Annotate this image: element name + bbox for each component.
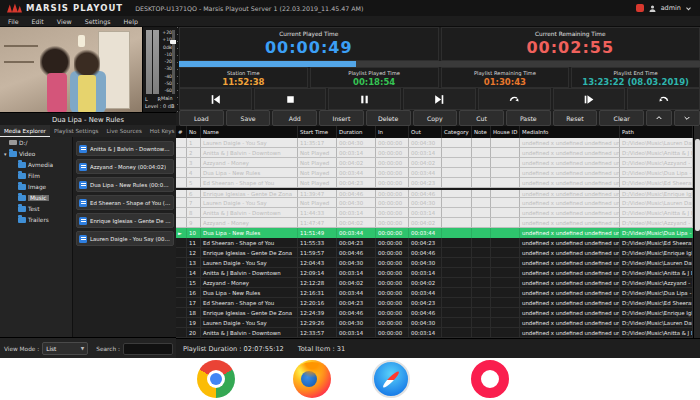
playlist-row[interactable]: 16Dua Lipa - New Rules12:16:3100:03:4400… <box>176 288 693 298</box>
menu-help[interactable]: Help <box>124 18 138 25</box>
column-header-note[interactable]: Note <box>472 126 491 138</box>
vu-tick-label: -20 <box>160 58 172 65</box>
cell-in: 00:00:00 <box>376 308 409 317</box>
delete-button[interactable]: Delete <box>366 110 411 126</box>
cell-start: 11:55:33 <box>298 238 337 247</box>
scrollbar-thumb[interactable] <box>695 139 700 231</box>
column-header-out[interactable]: Out <box>409 126 442 138</box>
column-header-mediainfo[interactable]: MediaInfo <box>520 126 620 138</box>
media-list-item[interactable]: Anitta & J Balvin - Downtown (00:03:14) <box>76 141 174 156</box>
menu-edit[interactable]: Edit <box>32 18 44 25</box>
load-button[interactable]: Load <box>179 110 224 126</box>
media-list-item[interactable]: Ed Sheeran - Shape of You (00:04:23) <box>76 195 174 210</box>
cell-duration: 00:04:30 <box>337 198 376 207</box>
column-header-no[interactable]: No <box>187 126 201 138</box>
media-list-item[interactable]: Azzyand - Money (00:04:02) <box>76 159 174 174</box>
menu-settings[interactable]: Settings <box>85 18 111 25</box>
playlist-row[interactable]: 13Lauren Daigle - You Say12:04:4300:04:3… <box>176 258 693 268</box>
cell-category <box>442 278 472 287</box>
media-list-item[interactable]: Lauren Daigle - You Say (00:04:30) <box>76 231 174 246</box>
menu-file[interactable]: File <box>8 18 19 25</box>
playlist-row[interactable]: 1Lauren Daigle - You Say11:35:1700:04:30… <box>176 138 693 148</box>
playlist-row[interactable]: 15Azzyand - Money12:12:2800:04:0200:00:0… <box>176 278 693 288</box>
add-button[interactable]: Add <box>272 110 317 126</box>
menu-view[interactable]: View <box>57 18 72 25</box>
playlist-row-current[interactable]: ►10Dua Lipa - New Rules11:51:4900:03:440… <box>176 228 693 238</box>
tree-item-film[interactable]: Film <box>0 170 72 181</box>
skip-previous-button[interactable] <box>179 88 252 110</box>
playlist-row[interactable]: 20Anitta & J Balvin - Downtown12:33:5700… <box>176 328 693 338</box>
cell-indicator <box>176 148 187 157</box>
media-list-item[interactable]: Enrique Iglesias - Gente De Zona (00:04:… <box>76 213 174 228</box>
skip-next-button[interactable] <box>403 88 476 110</box>
tree-item-music[interactable]: Music <box>0 192 72 203</box>
preview-art <box>4 45 38 47</box>
playlist-row[interactable]: 7Lauren Daigle - You SayNot Played00:04:… <box>176 198 693 208</box>
playlist-row[interactable]: 3Azzyand - MoneyNot Played00:04:0200:00:… <box>176 158 693 168</box>
tab-hot-keys[interactable]: Hot Keys <box>146 125 179 137</box>
move-down-button[interactable] <box>674 110 700 126</box>
cell-note <box>472 208 491 217</box>
column-header-duration[interactable]: Duration <box>337 126 376 138</box>
column-header-path[interactable]: Path <box>620 126 693 138</box>
column-header-houseid[interactable]: House ID <box>491 126 520 138</box>
safari-icon[interactable] <box>372 360 410 398</box>
media-list-item[interactable]: Dua Lipa - New Rules (00:03:44) <box>76 177 174 192</box>
tree-item-test[interactable]: Test <box>0 203 72 214</box>
redo-button[interactable] <box>478 88 551 110</box>
column-header-in[interactable]: In <box>376 126 409 138</box>
playlist-row[interactable]: 2Anitta & J Balvin - DowntownNot Played0… <box>176 148 693 158</box>
pause-button[interactable] <box>328 88 401 110</box>
tab-playlist-settings[interactable]: Playlist Settings <box>50 125 103 137</box>
cell-start: 11:35:17 <box>298 138 337 147</box>
playlist-row[interactable]: 18Enrique Iglesias - Gente De Zona12:24:… <box>176 308 693 318</box>
cell-mediainfo: undefined x undefined undefined undefine… <box>520 268 620 277</box>
playlist-row[interactable]: 8Anitta & J Balvin - Downtown11:44:3300:… <box>176 208 693 218</box>
playlist-row[interactable]: 11Ed Sheeran - Shape of You11:55:3300:04… <box>176 238 693 248</box>
tab-media-explorer[interactable]: Media Explorer <box>0 125 50 137</box>
tree-item-video[interactable]: ▾Video <box>0 148 72 159</box>
cell-mediainfo: undefined x undefined undefined undefine… <box>520 190 620 197</box>
play-button[interactable] <box>553 88 626 110</box>
cell-path: D:/Video\Music\Ed Sheeran - Shape of You… <box>620 238 693 247</box>
playlist-row[interactable]: 14Anitta & J Balvin - Downtown12:09:1400… <box>176 268 693 278</box>
cell-note <box>472 218 491 227</box>
cut-button[interactable]: Cut <box>459 110 504 126</box>
firefox-icon[interactable] <box>293 360 331 398</box>
stop-button[interactable] <box>254 88 327 110</box>
playlist-row[interactable]: 5Ed Sheeran - Shape of YouNot Played00:0… <box>176 178 693 188</box>
insert-button[interactable]: Insert <box>319 110 364 126</box>
tree-item-avmedia[interactable]: Avmedia <box>0 159 72 170</box>
playlist-row[interactable]: 17Ed Sheeran - Shape of You12:20:1600:04… <box>176 298 693 308</box>
tree-item-image[interactable]: Image <box>0 181 72 192</box>
playlist-row[interactable]: 19Lauren Daigle - You Say12:29:2600:04:3… <box>176 318 693 328</box>
opera-icon[interactable] <box>471 360 509 398</box>
user-menu[interactable]: admin <box>636 0 692 16</box>
save-button[interactable]: Save <box>226 110 271 126</box>
cell-out: 00:03:44 <box>409 168 442 177</box>
playlist-row[interactable]: 4Dua Lipa - New RulesNot Played00:03:440… <box>176 168 693 178</box>
cell-out: 00:03:44 <box>409 288 442 297</box>
chrome-icon[interactable] <box>197 360 235 398</box>
undo-button[interactable] <box>627 88 700 110</box>
copy-button[interactable]: Copy <box>413 110 458 126</box>
move-up-button[interactable] <box>646 110 672 126</box>
column-header-category[interactable]: Category <box>442 126 472 138</box>
vu-main-label: Main <box>161 96 172 101</box>
reset-button[interactable]: Reset <box>553 110 598 126</box>
tree-item-d[interactable]: D:/ <box>0 137 72 148</box>
playlist-row[interactable]: 6Enrique Iglesias - Gente De Zona11:39:4… <box>176 188 693 198</box>
paste-button[interactable]: Paste <box>506 110 551 126</box>
tab-live-sources[interactable]: Live Sources <box>102 125 145 137</box>
playlist-scrollbar[interactable] <box>693 126 700 338</box>
column-header-starttime[interactable]: Start Time <box>298 126 337 138</box>
playlist-row[interactable]: 12Enrique Iglesias - Gente De Zona11:59:… <box>176 248 693 258</box>
playlist-row[interactable]: 9Azzyand - Money11:47:4700:04:0200:00:00… <box>176 218 693 228</box>
view-mode-select[interactable]: List ▼ <box>42 342 88 355</box>
clear-button[interactable]: Clear <box>599 110 644 126</box>
column-header-name[interactable]: Name <box>201 126 298 138</box>
search-input[interactable] <box>123 343 173 355</box>
cell-duration: 00:03:14 <box>337 148 376 157</box>
column-header-[interactable]: # <box>176 126 187 138</box>
tree-item-trailers[interactable]: Trailers <box>0 214 72 225</box>
